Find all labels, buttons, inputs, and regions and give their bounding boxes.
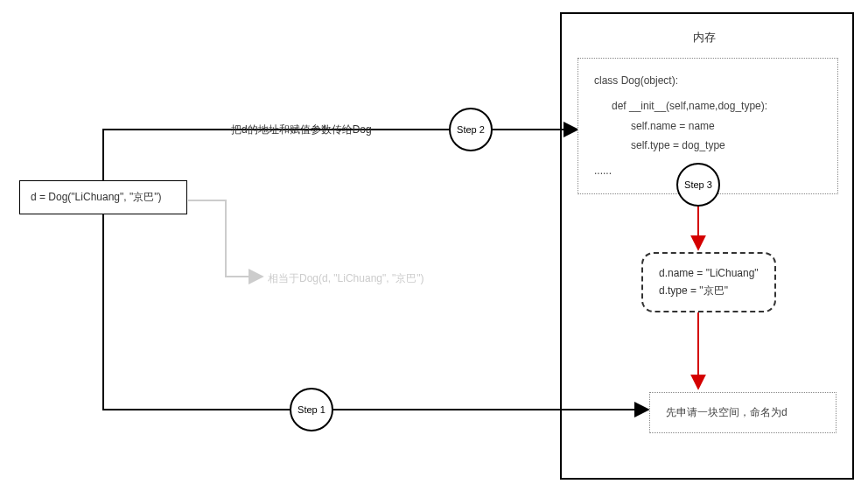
result-line-1: d.name = "LiChuang": [659, 264, 759, 282]
memory-title: 内存: [693, 30, 716, 46]
step-3-circle: Step 3: [676, 163, 720, 207]
code-text: d = Dog("LiChuang", "京巴"): [31, 191, 161, 203]
equivalence-label: 相当于Dog(d, "LiChuang", "京巴"): [268, 271, 424, 286]
result-box: d.name = "LiChuang" d.type = "京巴": [641, 252, 776, 312]
diagram-canvas: d = Dog("LiChuang", "京巴") 相当于Dog(d, "LiC…: [0, 0, 868, 498]
class-code-line-2: def __init__(self,name,dog_type):: [594, 96, 822, 116]
code-box-d-assignment: d = Dog("LiChuang", "京巴"): [19, 180, 187, 214]
class-code-line-4: self.type = dog_type: [594, 136, 822, 156]
class-code-line-3: self.name = name: [594, 116, 822, 137]
alloc-text: 先申请一块空间，命名为d: [666, 406, 788, 418]
step-2-circle: Step 2: [449, 108, 493, 151]
class-code-line-1: class Dog(object):: [594, 71, 822, 91]
result-line-2: d.type = "京巴": [659, 282, 759, 299]
step-2-label: Step 2: [457, 124, 485, 135]
step-1-circle: Step 1: [290, 388, 333, 431]
alloc-box: 先申请一块空间，命名为d: [649, 392, 836, 433]
step-3-label: Step 3: [684, 179, 712, 190]
top-edge-label: 把d的地址和赋值参数传给Dog: [231, 123, 372, 137]
step-1-label: Step 1: [298, 404, 326, 415]
